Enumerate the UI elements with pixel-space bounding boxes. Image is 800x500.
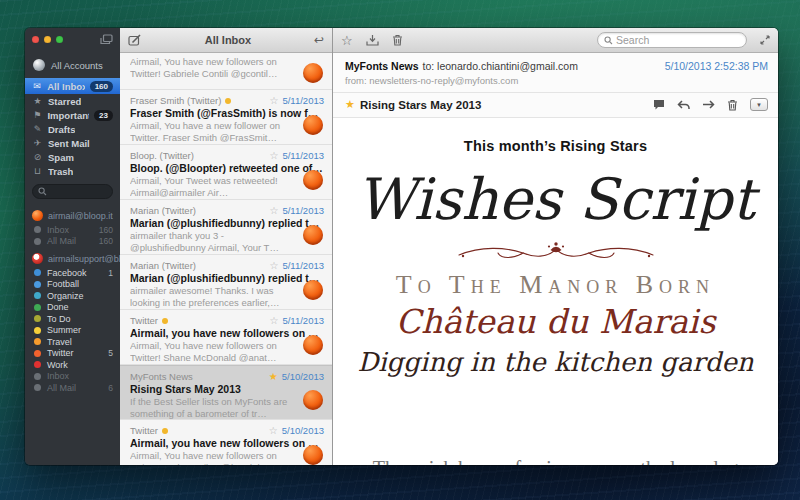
folder-label: Drafts xyxy=(48,124,75,135)
more-actions-dropdown[interactable]: ▼ xyxy=(750,98,768,111)
sidebar-label-item[interactable]: Work xyxy=(25,359,120,371)
label-color-dot xyxy=(34,327,41,334)
sidebar-label-item[interactable]: Facebook 1 xyxy=(25,267,120,279)
font-sample-chateau: Château du Marais xyxy=(333,302,778,341)
star-button[interactable]: ☆ xyxy=(341,34,353,47)
email-list-item[interactable]: Marian (Twitter) ☆ 5/11/2013 Marian (@pl… xyxy=(120,200,332,255)
font-sample-clipped: The quick brown fox jumps over the lazy … xyxy=(333,457,778,465)
folder-label: Important xyxy=(47,110,89,121)
email-subject: Marian (@plushifiedbunny) replied to… xyxy=(130,217,324,229)
email-preview: Airmail, Your Tweet was retweeted! Airma… xyxy=(130,175,294,199)
sidebar-label-item[interactable]: Football xyxy=(25,279,120,291)
label-count: 1 xyxy=(108,268,113,278)
trash-icon: ⊔ xyxy=(32,166,43,176)
back-arrow-icon[interactable]: ↩ xyxy=(314,33,324,47)
sidebar-folder-item[interactable]: ✎ Drafts xyxy=(25,122,120,136)
quick-reply-icon[interactable] xyxy=(653,99,665,110)
trash-button[interactable] xyxy=(392,34,403,46)
label-color-dot xyxy=(34,361,41,368)
email-list-item[interactable]: Twitter ☆ 5/11/2013 Airmail, you have ne… xyxy=(120,310,332,365)
label-name: Inbox xyxy=(47,371,69,381)
sidebar-search-input[interactable] xyxy=(32,184,113,199)
message-to: to: leonardo.chiantini@gmail.com xyxy=(423,60,578,72)
email-preview: If the Best Seller lists on MyFonts are … xyxy=(130,396,294,420)
subject-star-icon[interactable]: ★ xyxy=(345,98,355,111)
email-date: 5/10/2013 xyxy=(282,371,324,382)
label-color-dot xyxy=(34,281,41,288)
email-star-icon[interactable]: ☆ xyxy=(269,260,278,271)
label-color-dot xyxy=(34,304,41,311)
close-button[interactable] xyxy=(32,36,39,43)
zoom-button[interactable] xyxy=(56,36,63,43)
sidebar-folder-item[interactable]: ★ Starred xyxy=(25,94,120,108)
email-list-item[interactable]: Airmail, You have new followers on Twitt… xyxy=(120,53,332,90)
sidebar-label-item[interactable]: All Mail 6 xyxy=(25,382,120,394)
reply-icon[interactable] xyxy=(677,100,690,110)
compose-button[interactable] xyxy=(128,34,142,46)
sidebar-folder-item[interactable]: ✈ Sent Mail xyxy=(25,136,120,150)
expand-icon[interactable] xyxy=(760,35,770,45)
label-color-dot xyxy=(34,269,41,276)
sidebar-folder-item[interactable]: ✉ All Inbox 160 xyxy=(25,78,120,94)
sidebar-label-item[interactable]: Done xyxy=(25,302,120,314)
email-subject: Rising Stars May 2013 xyxy=(130,383,324,395)
account-row[interactable]: airmail@bloop.it xyxy=(25,204,120,224)
email-star-icon[interactable]: ☆ xyxy=(269,150,278,161)
sender-avatar xyxy=(303,170,323,190)
email-sender: Fraser Smith (Twitter) xyxy=(130,95,221,106)
account-row[interactable]: airmailsupport@bloo… xyxy=(25,247,120,267)
minimize-button[interactable] xyxy=(44,36,51,43)
sidebar-folder-item[interactable]: ⚑ Important 23 xyxy=(25,108,120,122)
sender-avatar xyxy=(303,335,323,355)
sidebar-folder-item[interactable]: ⊔ Trash xyxy=(25,164,120,178)
email-sender: Twitter xyxy=(130,315,158,326)
all-accounts-row[interactable]: All Accounts xyxy=(25,51,120,78)
label-name: Inbox xyxy=(47,225,69,235)
trash-icon[interactable] xyxy=(727,99,738,111)
email-preview: Airmail, You have new followers on Twitt… xyxy=(130,56,294,80)
email-list-item[interactable]: Bloop. (Twitter) ☆ 5/11/2013 Bloop. (@Bl… xyxy=(120,145,332,200)
email-star-icon[interactable]: ★ xyxy=(269,371,278,382)
label-color-dot xyxy=(34,373,41,380)
sidebar: All Accounts ✉ All Inbox 160 ★ Starred ⚑… xyxy=(25,28,120,465)
email-list-item[interactable]: Fraser Smith (Twitter) ☆ 5/11/2013 Frase… xyxy=(120,90,332,145)
sidebar-label-item[interactable]: Travel xyxy=(25,336,120,348)
email-star-icon[interactable]: ☆ xyxy=(269,315,278,326)
message-from: from: newsletters-no-reply@myfonts.com xyxy=(333,72,778,93)
layout-toggle-icon[interactable] xyxy=(100,34,113,45)
sender-avatar xyxy=(303,390,323,410)
sidebar-label-item[interactable]: To Do xyxy=(25,313,120,325)
email-date: 5/11/2013 xyxy=(282,150,324,161)
label-name: Facebook xyxy=(47,268,87,278)
email-subject: Airmail, you have new followers on T… xyxy=(130,437,324,449)
sidebar-label-item[interactable]: Inbox xyxy=(25,371,120,383)
folder-count-badge: 23 xyxy=(94,110,113,121)
message-header: MyFonts News to: leonardo.chiantini@gmai… xyxy=(333,53,778,118)
label-count: 160 xyxy=(99,236,113,246)
sidebar-label-item[interactable]: All Mail 160 xyxy=(25,236,120,248)
sidebar-label-item[interactable]: Inbox 160 xyxy=(25,224,120,236)
email-star-icon[interactable]: ☆ xyxy=(269,425,278,436)
sender-avatar xyxy=(303,115,323,135)
sidebar-label-item[interactable]: Twitter 5 xyxy=(25,348,120,360)
message-list-pane: All Inbox ↩ Airmail, You have new follow… xyxy=(120,28,333,465)
message-sender: MyFonts News xyxy=(345,60,419,72)
forward-icon[interactable] xyxy=(702,100,715,109)
email-list-item[interactable]: Marian (Twitter) ☆ 5/11/2013 Marian (@pl… xyxy=(120,255,332,310)
email-date: 5/11/2013 xyxy=(282,95,324,106)
email-subject: Fraser Smith (@FrasSmith) is now fol… xyxy=(130,107,324,119)
email-list-item[interactable]: Twitter ☆ 5/10/2013 Airmail, you have ne… xyxy=(120,420,332,465)
email-list-item[interactable]: MyFonts News ★ 5/10/2013 Rising Stars Ma… xyxy=(120,365,332,420)
search-input[interactable]: Search xyxy=(597,32,747,48)
ornament-flourish xyxy=(333,238,778,264)
email-sender: Marian (Twitter) xyxy=(130,260,196,271)
archive-button[interactable] xyxy=(366,34,379,46)
folder-label: Starred xyxy=(48,96,81,107)
email-star-icon[interactable]: ☆ xyxy=(269,95,278,106)
sidebar-label-item[interactable]: Organize xyxy=(25,290,120,302)
label-name: Travel xyxy=(47,337,72,347)
email-star-icon[interactable]: ☆ xyxy=(269,205,278,216)
sidebar-folder-item[interactable]: ⊘ Spam xyxy=(25,150,120,164)
sidebar-label-item[interactable]: Summer xyxy=(25,325,120,337)
message-toolbar: ☆ Search xyxy=(333,28,778,53)
